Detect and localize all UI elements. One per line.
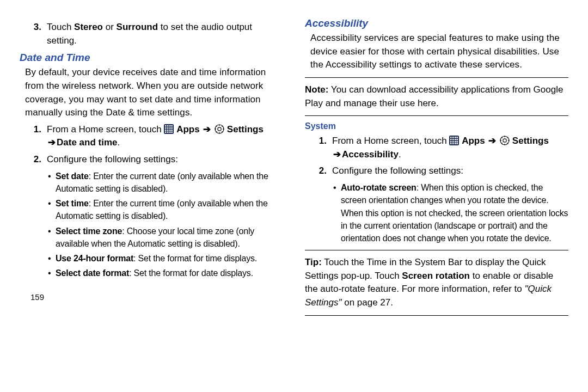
svg-rect-2	[167, 125, 169, 127]
svg-rect-14	[167, 131, 169, 133]
bullet-marker: •	[47, 225, 56, 250]
divider	[305, 77, 568, 78]
bullet-marker: •	[332, 181, 341, 244]
svg-rect-30	[455, 137, 456, 138]
accessibility-label: Accessibility	[342, 149, 399, 160]
arrow-icon: ➔	[332, 148, 342, 162]
svg-rect-16	[171, 131, 173, 133]
settings-gear-icon	[215, 124, 224, 134]
surround-label: Surround	[117, 22, 158, 32]
step-1-accessibility: 1. From a Home screen, touch Apps ➔ Sett…	[305, 134, 568, 161]
svg-line-53	[507, 137, 508, 138]
settings-label: Settings	[512, 136, 549, 146]
tip-label: Tip:	[305, 257, 322, 267]
svg-rect-9	[165, 130, 167, 131]
step-2-date: 2. Configure the following settings:	[20, 153, 283, 167]
step-3-audio: 3. Touch Stereo or Surround to set the a…	[20, 21, 283, 47]
svg-rect-39	[457, 141, 458, 143]
bullet-set-date: • Set date: Enter the current date (only…	[47, 170, 283, 195]
text: Touch	[47, 22, 74, 32]
apps-grid-icon	[449, 136, 459, 145]
svg-rect-5	[165, 127, 167, 129]
svg-line-50	[501, 137, 503, 138]
svg-point-18	[218, 127, 221, 131]
heading-accessibility: Accessibility	[305, 17, 568, 29]
bullet-title: Use 24-hour format	[56, 254, 133, 263]
accessibility-bullets: • Auto-rotate screen: When this option i…	[305, 181, 568, 244]
tip-block: Tip: Touch the Time in the System Bar to…	[305, 256, 568, 310]
svg-point-45	[503, 139, 506, 142]
bullet-title: Set time	[56, 199, 89, 208]
apps-grid-icon	[164, 124, 174, 134]
step-number: 2.	[305, 164, 332, 178]
svg-rect-28	[450, 137, 452, 138]
bullet-title: Set date	[56, 171, 89, 181]
svg-line-24	[222, 131, 223, 132]
step-1-date: 1. From a Home screen, touch Apps ➔ Sett…	[20, 123, 283, 150]
step-body: From a Home screen, touch Apps ➔ Setting…	[332, 134, 568, 161]
heading-date-and-time: Date and Time	[20, 52, 283, 64]
text: .	[399, 149, 401, 160]
bullet-set-time: • Set time: Enter the current time (only…	[47, 197, 283, 222]
bullet-marker: •	[47, 267, 56, 279]
text: .	[117, 137, 120, 148]
stereo-label: Stereo	[74, 22, 103, 32]
svg-rect-8	[171, 127, 173, 129]
arrow-icon: ➔	[47, 136, 57, 150]
svg-rect-7	[169, 127, 171, 129]
bullet-date-format: • Select date format: Set the format for…	[47, 267, 283, 279]
bullet-marker: •	[47, 170, 56, 195]
text: From a Home screen, touch	[332, 136, 449, 146]
svg-rect-34	[455, 139, 456, 140]
divider	[305, 250, 568, 250]
tip-text: on page 27.	[341, 297, 393, 308]
bullet-marker: •	[47, 197, 56, 222]
svg-rect-36	[450, 141, 452, 143]
step-number: 1.	[305, 134, 332, 161]
subheading-system: System	[305, 121, 568, 131]
date-and-time-label: Date and time	[57, 137, 117, 148]
svg-rect-37	[452, 141, 454, 143]
svg-rect-13	[165, 131, 167, 133]
svg-rect-4	[171, 125, 173, 127]
svg-line-52	[501, 143, 503, 144]
bullet-text: : Set the format for time displays.	[133, 254, 257, 263]
svg-line-23	[216, 126, 217, 127]
svg-rect-42	[455, 143, 456, 145]
apps-label: Apps	[462, 136, 487, 146]
step-2-accessibility: 2. Configure the following settings:	[305, 164, 568, 178]
left-column: 3. Touch Stereo or Surround to set the a…	[20, 17, 283, 321]
svg-rect-10	[167, 130, 169, 131]
apps-label: Apps	[176, 124, 202, 134]
step-number: 2.	[20, 153, 47, 167]
note-label: Note:	[305, 84, 328, 95]
manual-page: 3. Touch Stereo or Surround to set the a…	[0, 0, 588, 321]
settings-label: Settings	[227, 124, 264, 134]
screen-rotation-label: Screen rotation	[402, 271, 470, 281]
right-column: Accessibility Accessibility services are…	[305, 17, 568, 321]
divider	[305, 315, 568, 316]
svg-rect-35	[457, 139, 458, 140]
svg-rect-3	[169, 125, 171, 127]
svg-rect-11	[169, 130, 171, 131]
svg-rect-6	[167, 127, 169, 129]
bullet-title: Select date format	[56, 268, 129, 278]
step-body: From a Home screen, touch Apps ➔ Setting…	[47, 123, 283, 150]
bullet-select-timezone: • Select time zone: Choose your local ti…	[47, 225, 283, 250]
svg-rect-38	[455, 141, 456, 143]
svg-rect-12	[171, 130, 173, 131]
svg-rect-43	[457, 143, 458, 145]
svg-rect-1	[165, 125, 167, 127]
svg-line-25	[216, 131, 217, 132]
bullet-title: Auto-rotate screen	[341, 183, 416, 192]
bullet-text: : Set the format for date displays.	[129, 268, 253, 278]
note-text: You can download accessibility applicati…	[305, 84, 563, 108]
arrow-icon: ➔	[202, 123, 212, 137]
bullet-title: Select time zone	[56, 226, 122, 236]
date-time-bullets: • Set date: Enter the current date (only…	[20, 170, 283, 280]
date-time-intro: By default, your device receives date an…	[20, 66, 283, 120]
bullet-marker: •	[47, 252, 56, 265]
divider	[305, 115, 568, 116]
svg-rect-33	[452, 139, 454, 140]
note-block: Note: You can download accessibility app…	[305, 83, 568, 110]
